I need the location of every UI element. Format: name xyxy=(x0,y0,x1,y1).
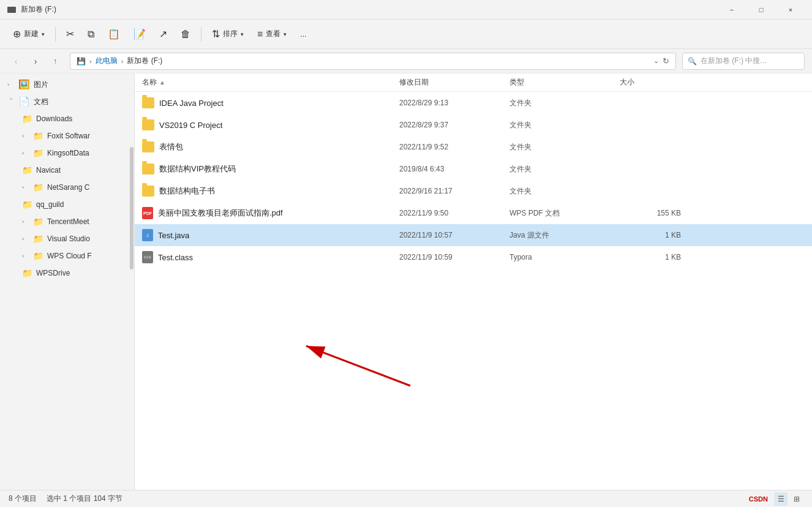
sidebar-item-wpscloud[interactable]: › 📁 WPS Cloud F xyxy=(0,247,134,265)
window-icon xyxy=(7,7,16,13)
pictures-icon: 🖼️ xyxy=(18,79,30,90)
statusbar: 8 个项目 选中 1 个项目 104 字节 CSDN ☰ ⊞ xyxy=(0,490,812,507)
file-name: VS2019 C Project xyxy=(159,121,222,130)
folder-icon xyxy=(142,97,154,108)
column-name[interactable]: 名称 ▲ xyxy=(142,77,399,88)
share-icon: ↗ xyxy=(159,28,167,40)
window-controls: − □ × xyxy=(718,0,805,20)
col-type-label: 类型 xyxy=(509,78,524,86)
address-bar[interactable]: 💾 › 此电脑 › 新加卷 (F:) ⌄ ↻ xyxy=(70,53,676,70)
table-row[interactable]: 表情包 2022/11/9 9:52 文件夹 xyxy=(135,136,812,158)
file-name-cell: 数据结构电子书 xyxy=(142,186,399,197)
sidebar-item-label-wpscloud: WPS Cloud F xyxy=(47,252,92,260)
more-label: ... xyxy=(300,30,306,39)
col-name-label: 名称 xyxy=(142,77,157,88)
list-view-button[interactable]: ☰ xyxy=(774,492,788,506)
csdn-brand: CSDN xyxy=(749,495,768,503)
navbar: ‹ › ↑ 💾 › 此电脑 › 新加卷 (F:) ⌄ ↻ 🔍 在新加卷 (F:)… xyxy=(0,49,812,73)
column-size[interactable]: 大小 xyxy=(620,77,681,88)
file-type-cell: 文件夹 xyxy=(509,142,620,152)
column-date[interactable]: 修改日期 xyxy=(399,77,509,88)
pdf-icon: PDF xyxy=(142,207,153,219)
folder-icon xyxy=(142,141,154,152)
expand-icon-visual: › xyxy=(22,236,29,242)
file-name-cell: PDF 美丽中国支教项目老师面试指南.pdf xyxy=(142,207,399,219)
view-icon: ≡ xyxy=(257,29,263,40)
maximize-button[interactable]: □ xyxy=(747,0,775,20)
new-label: 新建 xyxy=(24,29,39,39)
folder-icon xyxy=(142,119,154,130)
minimize-button[interactable]: − xyxy=(718,0,746,20)
table-row[interactable]: 数据结构电子书 2022/9/16 21:17 文件夹 xyxy=(135,180,812,202)
grid-view-button[interactable]: ⊞ xyxy=(790,492,803,506)
paste-button[interactable]: 📋 xyxy=(102,24,126,43)
forward-button[interactable]: › xyxy=(27,53,44,70)
cut-button[interactable]: ✂ xyxy=(61,24,80,43)
drive-icon: 💾 xyxy=(77,57,86,66)
file-date-cell: 2022/11/9 9:52 xyxy=(399,143,509,151)
file-list-wrapper: 名称 ▲ 修改日期 类型 大小 IDEA Java Pro xyxy=(135,73,812,490)
sidebar-item-visual[interactable]: › 📁 Visual Studio xyxy=(0,230,134,247)
content-area: › 🖼️ 图片 › 📄 文档 📁 Downloads › 📁 Foxit Sof… xyxy=(0,73,812,490)
sidebar-item-foxit[interactable]: › 📁 Foxit Softwar xyxy=(0,127,134,145)
selected-info: 选中 1 个项目 104 字节 xyxy=(47,494,122,504)
sidebar-item-documents[interactable]: › 📄 文档 xyxy=(0,93,134,110)
address-refresh-icon[interactable]: ↻ xyxy=(663,56,669,66)
search-bar[interactable]: 🔍 在新加卷 (F:) 中搜... xyxy=(682,53,805,70)
file-name: 表情包 xyxy=(159,141,183,152)
sidebar-item-pictures[interactable]: › 🖼️ 图片 xyxy=(0,76,134,93)
table-row[interactable]: 数据结构VIP教程代码 2019/8/4 6:43 文件夹 xyxy=(135,158,812,180)
sidebar-item-label-tencent: TencentMeet xyxy=(47,217,89,226)
table-row[interactable]: CLS Test.class 2022/11/9 10:59 Typora 1 … xyxy=(135,246,812,268)
copy-icon: ⧉ xyxy=(88,29,94,40)
expand-icon-documents: › xyxy=(8,98,14,105)
delete-button[interactable]: 🗑 xyxy=(175,25,196,43)
copy-button[interactable]: ⧉ xyxy=(82,25,100,43)
column-type[interactable]: 类型 xyxy=(509,77,620,88)
breadcrumb-pc[interactable]: 此电脑 xyxy=(96,56,118,66)
sidebar-item-kingsoft[interactable]: › 📁 KingsoftData xyxy=(0,145,134,162)
file-name-cell: 表情包 xyxy=(142,141,399,152)
view-button[interactable]: ≡ 查看 ▾ xyxy=(252,25,292,43)
table-row[interactable]: J Test.java 2022/11/9 10:57 Java 源文件 1 K… xyxy=(135,224,812,246)
more-button[interactable]: ... xyxy=(295,26,312,42)
share-button[interactable]: ↗ xyxy=(154,24,173,43)
sidebar-item-label-documents: 文档 xyxy=(34,97,48,107)
sidebar-item-label-visual: Visual Studio xyxy=(47,235,90,243)
file-date-cell: 2022/8/29 9:37 xyxy=(399,121,509,129)
table-row[interactable]: VS2019 C Project 2022/8/29 9:37 文件夹 xyxy=(135,114,812,136)
cut-icon: ✂ xyxy=(66,28,74,40)
file-size-cell: 1 KB xyxy=(620,253,681,261)
folder-icon xyxy=(142,186,154,197)
sidebar-item-netsarang[interactable]: › 📁 NetSarang C xyxy=(0,179,134,196)
documents-icon: 📄 xyxy=(18,96,30,107)
new-icon: ⊕ xyxy=(13,28,21,40)
sidebar-item-tencent[interactable]: › 📁 TencentMeet xyxy=(0,213,134,230)
sort-button[interactable]: ⇅ 排序 ▾ xyxy=(206,24,249,43)
expand-icon: › xyxy=(7,81,15,88)
sidebar-item-navicat[interactable]: 📁 Navicat xyxy=(0,162,134,179)
sidebar-scrollbar[interactable] xyxy=(130,147,133,269)
file-type-cell: 文件夹 xyxy=(509,98,620,108)
rename-button[interactable]: 📝 xyxy=(128,24,151,43)
close-button[interactable]: × xyxy=(776,0,805,20)
sidebar-item-wpsdrive[interactable]: 📁 WPSDrive xyxy=(0,265,134,282)
sidebar-item-label-wpsdrive: WPSDrive xyxy=(36,269,70,277)
sidebar-item-label-downloads: Downloads xyxy=(36,115,72,123)
new-button[interactable]: ⊕ 新建 ▾ xyxy=(7,24,50,43)
sidebar-item-qq[interactable]: 📁 qq_guild xyxy=(0,196,134,213)
file-name: 数据结构VIP教程代码 xyxy=(159,163,236,175)
breadcrumb-drive: 新加卷 (F:) xyxy=(127,56,162,66)
file-date-cell: 2022/11/9 9:50 xyxy=(399,209,509,217)
table-row[interactable]: IDEA Java Project 2022/8/29 9:13 文件夹 xyxy=(135,92,812,114)
back-button[interactable]: ‹ xyxy=(7,53,24,70)
file-list-header: 名称 ▲ 修改日期 类型 大小 xyxy=(135,73,812,92)
file-type-cell: Java 源文件 xyxy=(509,230,620,241)
folder-icon-foxit: 📁 xyxy=(33,131,43,141)
table-row[interactable]: PDF 美丽中国支教项目老师面试指南.pdf 2022/11/9 9:50 WP… xyxy=(135,202,812,224)
sidebar: › 🖼️ 图片 › 📄 文档 📁 Downloads › 📁 Foxit Sof… xyxy=(0,73,135,490)
statusbar-right: CSDN ☰ ⊞ xyxy=(749,492,803,506)
sidebar-item-downloads[interactable]: 📁 Downloads xyxy=(0,110,134,127)
expand-icon-wpscloud: › xyxy=(22,253,29,259)
up-button[interactable]: ↑ xyxy=(47,53,64,70)
